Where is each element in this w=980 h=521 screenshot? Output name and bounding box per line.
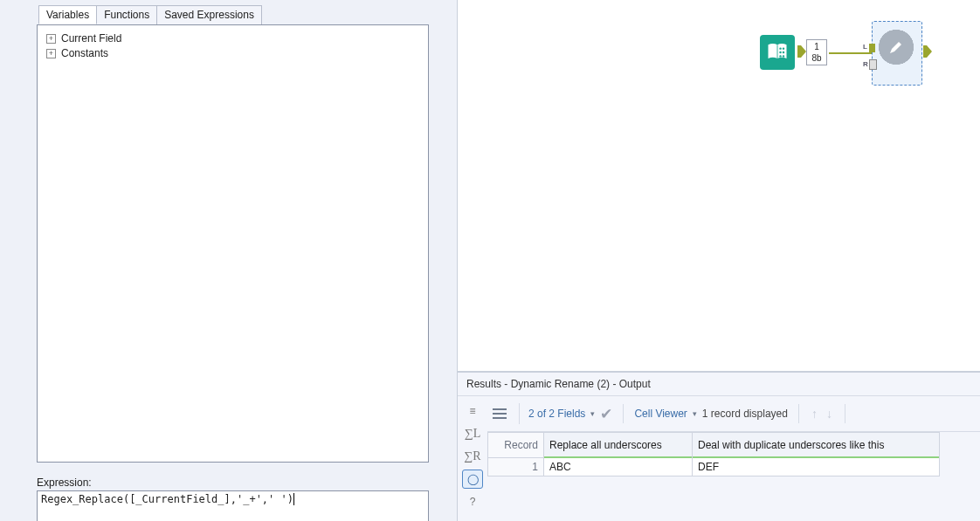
dynamic-rename-tool[interactable] (879, 30, 914, 65)
tab-saved-expressions[interactable]: Saved Expressions (156, 5, 262, 24)
cell[interactable]: ABC (544, 458, 693, 476)
expand-icon[interactable]: + (46, 34, 56, 44)
pencil-icon (888, 39, 904, 55)
cell[interactable]: DEF (693, 458, 940, 476)
svg-point-4 (779, 55, 781, 57)
expression-tabs: Variables Functions Saved Expressions (38, 5, 429, 24)
tab-functions[interactable]: Functions (96, 5, 157, 24)
fields-dropdown[interactable]: 2 of 2 Fields (528, 408, 585, 420)
svg-point-5 (783, 55, 784, 57)
tab-variables[interactable]: Variables (38, 5, 97, 24)
annotation-line1: 1 (807, 41, 826, 52)
row-number: 1 (488, 458, 544, 476)
grid-header-col2[interactable]: Deal with duplicate underscores like thi… (693, 433, 940, 458)
records-displayed-text: 1 record displayed (702, 408, 788, 420)
tree-item-constants[interactable]: + Constants (46, 46, 424, 60)
table-row[interactable]: 1 ABC DEF (488, 458, 940, 476)
results-side-toolbar: ≡ ∑L ∑R ◯ ? (458, 396, 487, 521)
variables-tree[interactable]: + Current Field + Constants (37, 24, 429, 463)
app-root: Variables Functions Saved Expressions + … (0, 0, 980, 521)
svg-point-0 (779, 47, 781, 49)
output-anchor-icon[interactable] (923, 45, 932, 58)
up-arrow-icon[interactable]: ↑ (811, 407, 818, 421)
grid-header-col1[interactable]: Replace all underscores (544, 433, 693, 458)
svg-point-3 (783, 51, 784, 53)
grid-header-record[interactable]: Record (488, 433, 544, 458)
right-pane: 1 8b L R (458, 0, 980, 521)
connector[interactable] (829, 52, 876, 54)
separator (845, 404, 845, 423)
apply-check-icon[interactable]: ✔ (600, 405, 612, 423)
help-button[interactable]: ? (462, 492, 483, 511)
output-anchor-icon[interactable] (797, 45, 806, 58)
separator (623, 404, 624, 423)
configuration-pane: Variables Functions Saved Expressions + … (0, 0, 458, 521)
output-anchor-button[interactable]: ◯ (462, 470, 483, 489)
book-icon (765, 40, 790, 65)
down-arrow-icon[interactable]: ↓ (826, 407, 832, 421)
show-all-messages-button[interactable]: ≡ (462, 401, 483, 421)
annotation-line2: 8b (807, 52, 826, 64)
results-toolbar: 2 of 2 Fields ▾ ✔ Cell Viewer ▾ 1 record… (487, 396, 980, 432)
results-menu-icon[interactable] (493, 403, 520, 424)
chevron-down-icon[interactable]: ▾ (590, 409, 595, 418)
left-anchor-label: L (863, 43, 867, 51)
gear-icon (879, 30, 914, 65)
sigma-r-button[interactable]: ∑R (462, 447, 483, 466)
svg-point-2 (779, 51, 781, 53)
tree-item-label: Current Field (61, 31, 121, 45)
workflow-canvas[interactable]: 1 8b L R (458, 0, 980, 372)
expression-label: Expression: (37, 476, 429, 489)
sigma-l-button[interactable]: ∑L (462, 424, 483, 443)
results-grid[interactable]: Record Replace all underscores Deal with… (487, 432, 940, 476)
text-input-tool[interactable] (760, 35, 795, 70)
grid-header-row: Record Replace all underscores Deal with… (488, 433, 940, 458)
separator (798, 404, 799, 423)
expand-icon[interactable]: + (46, 49, 56, 58)
input-anchor-l[interactable] (869, 44, 875, 52)
cell-viewer-dropdown[interactable]: Cell Viewer (634, 408, 687, 420)
expression-input[interactable]: Regex_Replace([_CurrentField_],'_+',' ') (37, 490, 429, 521)
chevron-down-icon[interactable]: ▾ (693, 409, 697, 418)
tool-annotation[interactable]: 1 8b (806, 39, 827, 65)
right-anchor-label: R (863, 60, 868, 68)
results-title: Results - Dynamic Rename (2) - Output (458, 373, 980, 395)
results-pane: Results - Dynamic Rename (2) - Output ≡ … (458, 372, 980, 521)
tree-item-current-field[interactable]: + Current Field (46, 31, 424, 45)
svg-point-1 (783, 47, 784, 49)
tree-item-label: Constants (61, 46, 108, 60)
